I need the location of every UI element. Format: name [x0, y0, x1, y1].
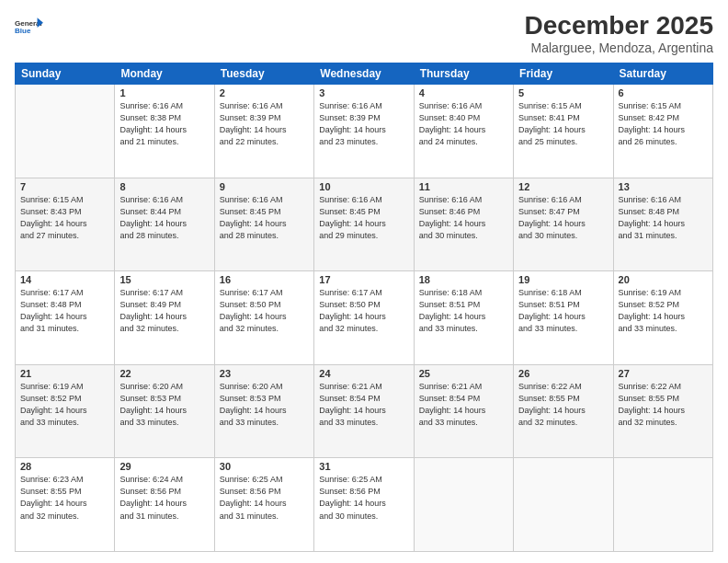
calendar-header-row: SundayMondayTuesdayWednesdayThursdayFrid…: [16, 63, 713, 85]
day-number: 19: [518, 274, 608, 285]
day-info: Sunrise: 6:21 AMSunset: 8:54 PMDaylight:…: [419, 381, 508, 429]
calendar-cell: 23Sunrise: 6:20 AMSunset: 8:53 PMDayligh…: [214, 364, 313, 458]
calendar-week-row: 28Sunrise: 6:23 AMSunset: 8:55 PMDayligh…: [16, 458, 713, 552]
day-info: Sunrise: 6:16 AMSunset: 8:45 PMDaylight:…: [319, 194, 408, 242]
day-info: Sunrise: 6:16 AMSunset: 8:39 PMDaylight:…: [220, 100, 309, 148]
calendar-cell: 16Sunrise: 6:17 AMSunset: 8:50 PMDayligh…: [214, 271, 313, 365]
day-info: Sunrise: 6:16 AMSunset: 8:46 PMDaylight:…: [419, 194, 508, 242]
day-number: 18: [419, 274, 508, 285]
day-header-thursday: Thursday: [414, 63, 513, 85]
day-number: 3: [319, 87, 408, 98]
title-block: December 2025 Malarguee, Mendoza, Argent…: [525, 11, 713, 55]
calendar-week-row: 7Sunrise: 6:15 AMSunset: 8:43 PMDaylight…: [16, 178, 713, 271]
calendar-cell: 24Sunrise: 6:21 AMSunset: 8:54 PMDayligh…: [314, 364, 414, 458]
day-number: 22: [119, 368, 209, 379]
day-number: 6: [619, 87, 708, 98]
day-number: 29: [119, 461, 209, 472]
calendar-cell: [414, 458, 513, 552]
day-info: Sunrise: 6:16 AMSunset: 8:40 PMDaylight:…: [419, 100, 508, 148]
day-info: Sunrise: 6:15 AMSunset: 8:42 PMDaylight:…: [619, 100, 708, 148]
day-number: 21: [20, 368, 109, 379]
day-info: Sunrise: 6:21 AMSunset: 8:54 PMDaylight:…: [319, 381, 408, 429]
day-info: Sunrise: 6:17 AMSunset: 8:50 PMDaylight:…: [319, 287, 408, 335]
day-number: 25: [419, 368, 508, 379]
day-info: Sunrise: 6:19 AMSunset: 8:52 PMDaylight:…: [619, 287, 708, 335]
day-number: 12: [518, 181, 608, 192]
day-number: 9: [220, 181, 309, 192]
calendar-week-row: 21Sunrise: 6:19 AMSunset: 8:52 PMDayligh…: [16, 364, 713, 458]
day-info: Sunrise: 6:18 AMSunset: 8:51 PMDaylight:…: [518, 287, 608, 335]
day-header-monday: Monday: [115, 63, 214, 85]
day-header-friday: Friday: [514, 63, 613, 85]
logo: General Blue: [15, 11, 44, 44]
month-title: December 2025: [525, 11, 713, 40]
day-number: 14: [20, 274, 109, 285]
calendar-cell: 3Sunrise: 6:16 AMSunset: 8:39 PMDaylight…: [314, 85, 414, 178]
calendar-cell: 27Sunrise: 6:22 AMSunset: 8:55 PMDayligh…: [613, 364, 712, 458]
day-info: Sunrise: 6:17 AMSunset: 8:48 PMDaylight:…: [20, 287, 109, 335]
calendar-cell: 1Sunrise: 6:16 AMSunset: 8:38 PMDaylight…: [115, 85, 214, 178]
calendar-cell: 19Sunrise: 6:18 AMSunset: 8:51 PMDayligh…: [514, 271, 613, 365]
calendar-cell: 17Sunrise: 6:17 AMSunset: 8:50 PMDayligh…: [314, 271, 414, 365]
calendar-cell: 8Sunrise: 6:16 AMSunset: 8:44 PMDaylight…: [115, 178, 214, 271]
calendar-cell: 15Sunrise: 6:17 AMSunset: 8:49 PMDayligh…: [115, 271, 214, 365]
day-info: Sunrise: 6:25 AMSunset: 8:56 PMDaylight:…: [220, 474, 309, 522]
calendar-cell: 7Sunrise: 6:15 AMSunset: 8:43 PMDaylight…: [16, 178, 115, 271]
calendar-cell: [613, 458, 712, 552]
day-info: Sunrise: 6:18 AMSunset: 8:51 PMDaylight:…: [419, 287, 508, 335]
day-info: Sunrise: 6:16 AMSunset: 8:38 PMDaylight:…: [119, 100, 209, 148]
day-number: 26: [518, 368, 608, 379]
calendar-cell: 10Sunrise: 6:16 AMSunset: 8:45 PMDayligh…: [314, 178, 414, 271]
page: General Blue December 2025 Malarguee, Me…: [0, 0, 728, 563]
day-number: 31: [319, 461, 408, 472]
calendar-cell: 31Sunrise: 6:25 AMSunset: 8:56 PMDayligh…: [314, 458, 414, 552]
day-number: 24: [319, 368, 408, 379]
day-header-sunday: Sunday: [16, 63, 115, 85]
day-number: 1: [119, 87, 209, 98]
day-info: Sunrise: 6:16 AMSunset: 8:39 PMDaylight:…: [319, 100, 408, 148]
svg-text:Blue: Blue: [15, 27, 31, 35]
day-number: 20: [619, 274, 708, 285]
day-number: 11: [419, 181, 508, 192]
calendar-cell: 12Sunrise: 6:16 AMSunset: 8:47 PMDayligh…: [514, 178, 613, 271]
day-number: 27: [619, 368, 708, 379]
day-info: Sunrise: 6:19 AMSunset: 8:52 PMDaylight:…: [20, 381, 109, 429]
day-info: Sunrise: 6:16 AMSunset: 8:48 PMDaylight:…: [619, 194, 708, 242]
day-info: Sunrise: 6:23 AMSunset: 8:55 PMDaylight:…: [20, 474, 109, 522]
day-info: Sunrise: 6:22 AMSunset: 8:55 PMDaylight:…: [619, 381, 708, 429]
day-info: Sunrise: 6:15 AMSunset: 8:41 PMDaylight:…: [518, 100, 608, 148]
day-info: Sunrise: 6:20 AMSunset: 8:53 PMDaylight:…: [220, 381, 309, 429]
day-info: Sunrise: 6:20 AMSunset: 8:53 PMDaylight:…: [119, 381, 209, 429]
calendar-cell: 25Sunrise: 6:21 AMSunset: 8:54 PMDayligh…: [414, 364, 513, 458]
calendar-cell: 28Sunrise: 6:23 AMSunset: 8:55 PMDayligh…: [16, 458, 115, 552]
day-number: 13: [619, 181, 708, 192]
day-number: 4: [419, 87, 508, 98]
day-number: 17: [319, 274, 408, 285]
day-number: 10: [319, 181, 408, 192]
day-info: Sunrise: 6:16 AMSunset: 8:45 PMDaylight:…: [220, 194, 309, 242]
calendar-cell: 6Sunrise: 6:15 AMSunset: 8:42 PMDaylight…: [613, 85, 712, 178]
calendar-cell: 2Sunrise: 6:16 AMSunset: 8:39 PMDaylight…: [214, 85, 313, 178]
day-number: 28: [20, 461, 109, 472]
day-info: Sunrise: 6:24 AMSunset: 8:56 PMDaylight:…: [119, 474, 209, 522]
calendar-cell: 9Sunrise: 6:16 AMSunset: 8:45 PMDaylight…: [214, 178, 313, 271]
day-number: 23: [220, 368, 309, 379]
calendar-cell: 11Sunrise: 6:16 AMSunset: 8:46 PMDayligh…: [414, 178, 513, 271]
day-number: 7: [20, 181, 109, 192]
subtitle: Malarguee, Mendoza, Argentina: [525, 40, 713, 55]
calendar-cell: 18Sunrise: 6:18 AMSunset: 8:51 PMDayligh…: [414, 271, 513, 365]
day-info: Sunrise: 6:15 AMSunset: 8:43 PMDaylight:…: [20, 194, 109, 242]
calendar-cell: 4Sunrise: 6:16 AMSunset: 8:40 PMDaylight…: [414, 85, 513, 178]
day-info: Sunrise: 6:17 AMSunset: 8:50 PMDaylight:…: [220, 287, 309, 335]
calendar-cell: 26Sunrise: 6:22 AMSunset: 8:55 PMDayligh…: [514, 364, 613, 458]
day-header-wednesday: Wednesday: [314, 63, 414, 85]
calendar-cell: 5Sunrise: 6:15 AMSunset: 8:41 PMDaylight…: [514, 85, 613, 178]
calendar-week-row: 14Sunrise: 6:17 AMSunset: 8:48 PMDayligh…: [16, 271, 713, 365]
day-number: 15: [119, 274, 209, 285]
calendar-table: SundayMondayTuesdayWednesdayThursdayFrid…: [15, 63, 713, 552]
calendar-cell: 20Sunrise: 6:19 AMSunset: 8:52 PMDayligh…: [613, 271, 712, 365]
day-header-tuesday: Tuesday: [214, 63, 313, 85]
day-info: Sunrise: 6:16 AMSunset: 8:44 PMDaylight:…: [119, 194, 209, 242]
calendar-cell: 30Sunrise: 6:25 AMSunset: 8:56 PMDayligh…: [214, 458, 313, 552]
calendar-cell: [16, 85, 115, 178]
